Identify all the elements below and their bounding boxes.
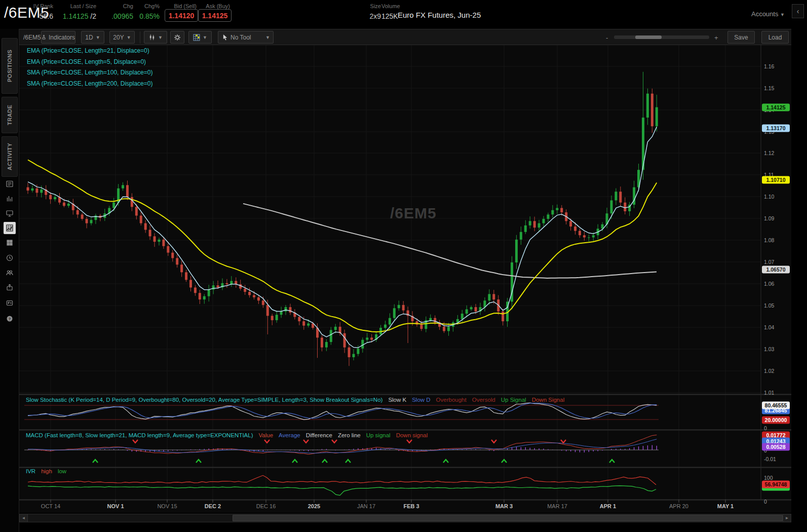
up-signal-arrow bbox=[322, 460, 327, 463]
size-label: Size bbox=[355, 4, 381, 9]
timeframe-dropdown[interactable]: 1D▼ bbox=[81, 31, 104, 44]
candle-body bbox=[583, 235, 586, 237]
horizontal-scrollbar[interactable]: ◄ ► bbox=[19, 514, 791, 522]
price-axis-tick: 1.16 bbox=[764, 63, 775, 69]
candle-body bbox=[588, 238, 590, 238]
down-signal-arrow bbox=[491, 440, 496, 443]
macd-axis-tick: -0.01 bbox=[764, 456, 776, 462]
candle-body bbox=[384, 325, 387, 328]
candle-body bbox=[276, 315, 278, 320]
load-button[interactable]: Load bbox=[761, 31, 789, 44]
candle-body bbox=[651, 94, 654, 127]
monitor-icon[interactable] bbox=[4, 207, 16, 219]
candle-body bbox=[370, 337, 373, 339]
candle-body bbox=[49, 195, 52, 200]
export-icon[interactable] bbox=[4, 281, 16, 293]
zoom-out-button[interactable]: - bbox=[606, 34, 608, 42]
candle-body bbox=[466, 309, 468, 314]
candle-body bbox=[348, 348, 351, 357]
chart-icon[interactable] bbox=[4, 222, 16, 234]
up-signal-arrow bbox=[292, 460, 297, 463]
price-axis-tick: 1.10 bbox=[764, 194, 775, 200]
candle-body bbox=[520, 232, 522, 240]
candle-body bbox=[569, 221, 572, 226]
candle-body bbox=[167, 246, 169, 253]
candle-body bbox=[285, 307, 287, 312]
chart-settings-button[interactable] bbox=[170, 31, 184, 44]
zoom-slider[interactable] bbox=[614, 35, 709, 39]
range-dropdown[interactable]: 20Y▼ bbox=[109, 31, 135, 44]
candle-body bbox=[280, 312, 283, 315]
candle-body bbox=[475, 307, 477, 312]
sidebar-tab-trade[interactable]: TRADE bbox=[2, 97, 18, 133]
candle-body bbox=[610, 200, 612, 213]
trading-app-window: /6EM5 IV Rank56.6 Last / Size1.14125 /2 … bbox=[0, 0, 807, 532]
candle-body bbox=[194, 287, 197, 293]
quote-header: /6EM5 IV Rank56.6 Last / Size1.14125 /2 … bbox=[0, 0, 807, 29]
sidebar-tab-activity[interactable]: ACTIVITY bbox=[2, 136, 18, 177]
drawing-tool-dropdown[interactable]: No Tool▼ bbox=[218, 31, 274, 44]
columns-icon[interactable] bbox=[4, 193, 16, 205]
ivr-bubble-text: 56.94748 bbox=[765, 481, 787, 487]
date-tick-label: DEC 16 bbox=[256, 503, 276, 509]
candle-body bbox=[429, 318, 432, 320]
down-signal-arrow bbox=[264, 440, 270, 443]
price-bubble-text: 1.06570 bbox=[766, 267, 786, 273]
zoom-in-button[interactable]: + bbox=[714, 34, 718, 42]
indicators-button[interactable]: Indicators bbox=[41, 31, 75, 44]
candle-body bbox=[447, 327, 450, 331]
candle-body bbox=[126, 185, 129, 197]
candle-body bbox=[389, 318, 391, 325]
date-tick-label: 2025 bbox=[308, 503, 320, 509]
candlestick-icon bbox=[148, 34, 156, 41]
people-icon[interactable] bbox=[4, 267, 16, 279]
candle-body bbox=[524, 225, 527, 232]
candle-body bbox=[67, 204, 70, 206]
candle-body bbox=[253, 295, 255, 297]
zoom-slider-thumb[interactable] bbox=[635, 35, 662, 39]
scroll-left-arrow[interactable]: ◄ bbox=[20, 514, 28, 522]
candle-body bbox=[393, 308, 396, 318]
candle-body bbox=[27, 187, 29, 191]
collapse-panel-button[interactable]: ‹ bbox=[792, 4, 804, 18]
pattern-tool-dropdown[interactable]: ▼ bbox=[188, 31, 212, 44]
bid-button[interactable]: 1.14120 bbox=[165, 9, 198, 22]
ema5-line bbox=[28, 127, 657, 348]
accounts-dropdown[interactable]: Accounts ▼ bbox=[751, 10, 785, 18]
chevron-down-icon: ▼ bbox=[780, 12, 785, 17]
candle-body bbox=[185, 272, 187, 280]
up-signal-arrow bbox=[93, 460, 98, 463]
price-axis-tick: 1.07 bbox=[764, 259, 775, 265]
clock-icon[interactable] bbox=[4, 252, 16, 264]
ivr-high-line bbox=[28, 475, 656, 484]
candle-body bbox=[271, 316, 274, 320]
up-signal-arrow bbox=[443, 460, 448, 463]
candle-body bbox=[420, 325, 422, 329]
candle-body bbox=[122, 185, 124, 188]
candle-body bbox=[176, 258, 178, 264]
candle-body bbox=[343, 333, 346, 348]
scrollbar-thumb[interactable] bbox=[233, 515, 783, 521]
candle-body bbox=[556, 208, 558, 210]
sidebar-tab-positions[interactable]: POSITIONS bbox=[2, 38, 18, 94]
help-icon[interactable]: ? bbox=[4, 313, 16, 325]
macd-value-line bbox=[28, 435, 657, 454]
volume-label: Volume bbox=[381, 4, 405, 9]
chart-type-dropdown[interactable]: ▼ bbox=[144, 31, 167, 44]
candle-body bbox=[266, 305, 269, 316]
function-key-icon[interactable] bbox=[4, 297, 16, 309]
macd-bubble-text: 0.01772 bbox=[766, 432, 786, 438]
candle-body bbox=[144, 223, 147, 230]
candle-body bbox=[90, 220, 93, 223]
chgpct-value: 0.85% bbox=[128, 12, 160, 20]
candle-body bbox=[149, 230, 151, 237]
grid-icon[interactable] bbox=[4, 237, 16, 249]
candle-body bbox=[35, 188, 38, 193]
save-button[interactable]: Save bbox=[727, 31, 755, 44]
toolbar-symbol: /6EM5 bbox=[23, 34, 41, 41]
down-signal-arrow bbox=[332, 440, 337, 443]
chart-canvas[interactable]: /6EM51.161.151.141.131.121.111.101.091.0… bbox=[19, 45, 791, 513]
news-icon[interactable] bbox=[4, 178, 16, 190]
scroll-right-arrow[interactable]: ► bbox=[783, 514, 791, 522]
ask-button[interactable]: 1.14125 bbox=[198, 9, 232, 22]
